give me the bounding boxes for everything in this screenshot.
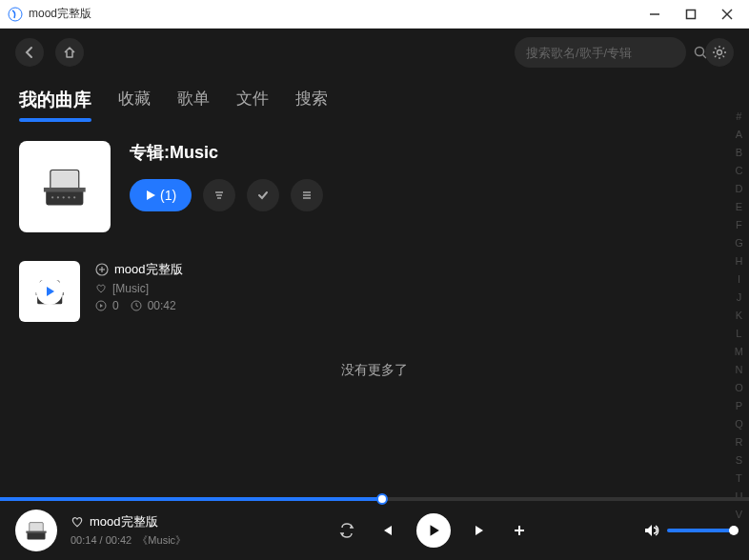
add-to-playlist-button[interactable] bbox=[512, 523, 527, 538]
alpha-A[interactable]: A bbox=[735, 129, 743, 146]
home-button[interactable] bbox=[55, 38, 84, 67]
album-artwork[interactable] bbox=[19, 141, 111, 232]
alpha-Q[interactable]: Q bbox=[735, 418, 743, 435]
svg-point-5 bbox=[696, 48, 704, 56]
content-area: 专辑:Music (1) bbox=[0, 122, 749, 497]
back-button[interactable] bbox=[15, 38, 44, 67]
alpha-R[interactable]: R bbox=[735, 436, 743, 453]
alpha-F[interactable]: F bbox=[735, 219, 743, 236]
search-box[interactable] bbox=[515, 37, 686, 68]
alpha-H[interactable]: H bbox=[735, 255, 743, 272]
svg-point-15 bbox=[73, 196, 75, 198]
progress-bar[interactable] bbox=[0, 497, 749, 501]
close-button[interactable] bbox=[720, 8, 734, 21]
player-artwork[interactable] bbox=[15, 510, 57, 551]
maximize-button[interactable] bbox=[684, 8, 698, 21]
player-total-time: 00:42 bbox=[106, 534, 132, 546]
player-current-time: 00:14 bbox=[71, 534, 97, 546]
player-bar: mood完整版 00:14 / 00:42 《Music》 bbox=[0, 501, 749, 560]
volume-icon[interactable] bbox=[642, 522, 659, 539]
minimize-button[interactable] bbox=[648, 8, 661, 21]
alpha-D[interactable]: D bbox=[735, 183, 743, 200]
alpha-K[interactable]: K bbox=[735, 310, 743, 327]
track-list: mood完整版 [Music] 0 00:42 bbox=[19, 255, 730, 328]
add-icon[interactable] bbox=[95, 263, 109, 276]
tab-2[interactable]: 歌单 bbox=[177, 88, 210, 122]
next-button[interactable] bbox=[474, 523, 489, 538]
svg-point-14 bbox=[68, 196, 70, 198]
album-header: 专辑:Music (1) bbox=[19, 141, 730, 232]
alpha-T[interactable]: T bbox=[735, 472, 743, 490]
alpha-O[interactable]: O bbox=[735, 382, 743, 399]
alpha-I[interactable]: I bbox=[735, 273, 743, 290]
svg-rect-9 bbox=[51, 170, 79, 190]
previous-button[interactable] bbox=[378, 523, 394, 538]
window-title: mood完整版 bbox=[29, 6, 648, 22]
track-item[interactable]: mood完整版 [Music] 0 00:42 bbox=[19, 255, 730, 328]
track-title: mood完整版 bbox=[114, 261, 183, 278]
select-button[interactable] bbox=[247, 179, 279, 211]
play-count: 0 bbox=[112, 299, 119, 312]
alpha-L[interactable]: L bbox=[735, 328, 743, 345]
alpha-#[interactable]: # bbox=[735, 110, 743, 128]
play-all-count: (1) bbox=[160, 188, 176, 203]
app-icon bbox=[8, 7, 23, 22]
main-tabs: 我的曲库收藏歌单文件搜索 bbox=[0, 76, 749, 122]
tab-0[interactable]: 我的曲库 bbox=[19, 88, 91, 122]
alpha-B[interactable]: B bbox=[735, 147, 743, 164]
player-album-label: 《Music》 bbox=[137, 534, 186, 546]
volume-slider[interactable] bbox=[667, 529, 734, 532]
alpha-index: #ABCDEFGHIJKLMNOPQRSTUV bbox=[735, 110, 743, 526]
volume-thumb[interactable] bbox=[729, 526, 739, 535]
alpha-E[interactable]: E bbox=[735, 201, 743, 218]
player-heart-icon[interactable] bbox=[71, 515, 84, 529]
alpha-J[interactable]: J bbox=[735, 291, 743, 309]
svg-point-13 bbox=[63, 196, 65, 198]
svg-rect-10 bbox=[44, 188, 86, 192]
top-toolbar bbox=[0, 29, 749, 76]
svg-rect-30 bbox=[27, 532, 45, 540]
tab-3[interactable]: 文件 bbox=[236, 88, 269, 122]
player-track-title: mood完整版 bbox=[90, 513, 158, 530]
svg-rect-32 bbox=[26, 531, 46, 533]
svg-point-7 bbox=[718, 50, 722, 55]
alpha-N[interactable]: N bbox=[735, 364, 743, 381]
clock-icon bbox=[131, 300, 142, 311]
track-artwork[interactable] bbox=[19, 261, 80, 322]
sort-button[interactable] bbox=[203, 179, 235, 211]
no-more-text: 没有更多了 bbox=[19, 362, 730, 379]
alpha-V[interactable]: V bbox=[735, 509, 743, 526]
play-count-icon bbox=[95, 300, 107, 311]
repeat-button[interactable] bbox=[338, 522, 355, 539]
progress-thumb[interactable] bbox=[376, 493, 388, 505]
tab-4[interactable]: 搜索 bbox=[295, 88, 328, 122]
settings-button[interactable] bbox=[705, 38, 734, 67]
play-all-button[interactable]: (1) bbox=[130, 179, 192, 211]
svg-point-11 bbox=[51, 196, 53, 198]
track-subtitle: [Music] bbox=[112, 282, 149, 295]
search-input[interactable] bbox=[526, 46, 686, 60]
play-button[interactable] bbox=[416, 513, 451, 548]
svg-rect-2 bbox=[687, 10, 696, 18]
tab-1[interactable]: 收藏 bbox=[118, 88, 151, 122]
alpha-C[interactable]: C bbox=[735, 165, 743, 182]
track-duration: 00:42 bbox=[148, 299, 176, 312]
alpha-M[interactable]: M bbox=[735, 346, 743, 363]
window-titlebar: mood完整版 bbox=[0, 0, 749, 29]
list-button[interactable] bbox=[291, 179, 323, 211]
track-play-icon[interactable] bbox=[36, 278, 63, 305]
alpha-S[interactable]: S bbox=[735, 454, 743, 471]
alpha-G[interactable]: G bbox=[735, 237, 743, 254]
alpha-P[interactable]: P bbox=[735, 400, 743, 417]
svg-point-12 bbox=[57, 196, 59, 198]
svg-rect-31 bbox=[30, 523, 44, 532]
album-title: 专辑:Music bbox=[130, 141, 323, 164]
heart-icon[interactable] bbox=[95, 283, 107, 294]
progress-fill bbox=[0, 497, 382, 501]
